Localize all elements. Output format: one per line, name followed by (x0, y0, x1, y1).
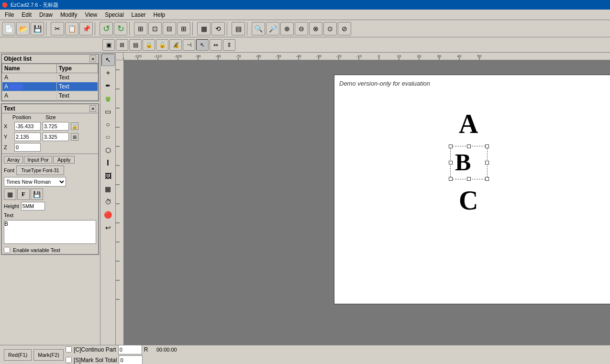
lock2-btn[interactable]: 🔏 (169, 39, 182, 51)
y-position-input[interactable] (14, 132, 41, 141)
zoom-in-button[interactable]: 🔎 (266, 22, 279, 35)
x-position-input[interactable] (14, 122, 41, 131)
apply-button[interactable]: Apply (53, 156, 75, 164)
slmark-input[interactable] (119, 355, 143, 364)
font-grid-btn[interactable]: ▦ (4, 188, 16, 200)
new-button[interactable]: 📄 (2, 22, 15, 35)
canvas-area[interactable]: -120 -110 -100 -90 -80 -70 -60 -50 -40 -… (116, 53, 610, 345)
lock-y-btn[interactable]: ⊞ (71, 133, 78, 141)
io-button[interactable]: ▤ (232, 22, 245, 35)
table-row[interactable]: A Text (2, 82, 98, 91)
x-size-input[interactable] (43, 122, 69, 131)
node-tool[interactable]: ⌖ (101, 66, 115, 79)
zoom-out-button[interactable]: ⊖ (295, 22, 308, 35)
menu-view[interactable]: View (81, 11, 101, 19)
input-por-tab[interactable]: Input Por (24, 156, 52, 164)
menu-special[interactable]: Special (101, 11, 127, 19)
slmark-checkbox[interactable] (66, 357, 72, 363)
enable-variable-checkbox[interactable] (4, 247, 10, 253)
canvas-letter-A[interactable]: A (459, 109, 478, 139)
circle-tool[interactable]: ○ (101, 118, 115, 131)
mirror-v-btn[interactable]: ⇕ (223, 39, 235, 51)
toolbar-sep-2 (95, 22, 98, 35)
handle-tm[interactable] (467, 144, 471, 148)
snap2-button[interactable]: ⊟ (163, 22, 176, 35)
signal-tool[interactable]: 🔴 (101, 209, 115, 221)
handle-br[interactable] (485, 177, 489, 181)
save-button[interactable]: 💾 (31, 22, 44, 35)
canvas-letter-C[interactable]: C (459, 185, 478, 216)
rect-tool[interactable]: ▭ (101, 105, 115, 118)
hatch-button[interactable]: ▦ (197, 22, 211, 35)
image-tool[interactable]: 🖼 (101, 170, 115, 182)
table-row[interactable]: A Text (2, 91, 98, 100)
barcode-tool[interactable]: ▦ (101, 183, 115, 195)
snap-button[interactable]: ⊡ (148, 22, 162, 35)
height-label: Height (4, 203, 19, 209)
menu-laser[interactable]: Laser (128, 11, 150, 19)
select-all-btn[interactable]: ▣ (102, 39, 115, 51)
mark-button[interactable]: Mark(F2) (33, 349, 64, 361)
height-input[interactable] (21, 202, 45, 210)
continue-part-checkbox[interactable] (66, 346, 72, 353)
lock-btn[interactable]: 🔒 (143, 39, 155, 51)
copy-button[interactable]: 📋 (65, 22, 78, 35)
cursor-btn[interactable]: ↖ (196, 39, 209, 51)
font-type-button[interactable]: TrueType Font-31 (16, 165, 64, 175)
shape-tool[interactable]: 🫑 (101, 92, 115, 105)
grid-button[interactable]: ⊞ (134, 22, 147, 35)
handle-bl[interactable] (449, 177, 453, 181)
drawing-canvas[interactable]: Demo version-only for evaluation A (123, 60, 610, 345)
path-tool[interactable]: ↩ (101, 221, 115, 234)
zoom-fit-button[interactable]: 🔍 (252, 22, 265, 35)
open-button[interactable]: 📂 (16, 22, 30, 35)
y-size-input[interactable] (43, 132, 69, 141)
timer-tool[interactable]: ⏱ (101, 196, 115, 208)
object-list-close[interactable]: ✕ (89, 55, 96, 62)
cut-button[interactable]: ✂ (51, 22, 64, 35)
font-save-btn[interactable]: 💾 (31, 188, 43, 200)
text-panel-close[interactable]: ✕ (89, 105, 96, 112)
redo-button[interactable]: ↻ (114, 22, 127, 35)
select-pen-btn[interactable]: ⊞ (116, 39, 128, 51)
mirror-h-btn[interactable]: ⇔ (210, 39, 222, 51)
table-row[interactable]: A Text (2, 73, 98, 82)
handle-mr[interactable] (485, 161, 489, 165)
text-content-input[interactable]: B (4, 220, 96, 244)
paste-button[interactable]: 📌 (79, 22, 93, 35)
handle-ml[interactable] (449, 161, 453, 165)
z-position-input[interactable] (14, 143, 41, 152)
handle-bm[interactable] (467, 177, 471, 181)
select-box-btn[interactable]: ▤ (129, 39, 142, 51)
polygon-tool[interactable]: ⬡ (101, 144, 115, 156)
font-bold-btn[interactable]: F (17, 188, 30, 200)
secondary-toolbar: ▣ ⊞ ▤ 🔒 🔓 🔏 ⊣ ↖ ⇔ ⇕ (0, 37, 610, 53)
pen-tool[interactable]: ✒ (101, 79, 115, 92)
menu-modify[interactable]: Modify (56, 11, 81, 19)
zoom-out2-button[interactable]: ⊘ (338, 22, 351, 35)
canvas-letter-B[interactable]: B (455, 148, 471, 176)
array-tab[interactable]: Array (4, 156, 23, 164)
menu-file[interactable]: File (1, 11, 18, 19)
red-button[interactable]: Red(F1) (4, 349, 32, 361)
font-name-select[interactable]: Times New Roman (4, 177, 66, 187)
unlock-btn[interactable]: 🔓 (156, 39, 168, 51)
handle-tr[interactable] (485, 144, 489, 148)
ellipse-tool[interactable]: ⬭ (101, 131, 115, 143)
align-btn[interactable]: ⊣ (183, 39, 195, 51)
handle-tl[interactable] (449, 144, 453, 148)
snap3-button[interactable]: ⊞ (177, 22, 190, 35)
zoom-in2-button[interactable]: ⊕ (280, 22, 294, 35)
menu-edit[interactable]: Edit (18, 11, 35, 19)
text-tool[interactable]: I (101, 157, 115, 169)
lock-x-btn[interactable]: 🔒 (71, 122, 78, 130)
zoom-extent-button[interactable]: ⊗ (309, 22, 322, 35)
transform-button[interactable]: ⟲ (211, 22, 225, 35)
menu-help[interactable]: Help (150, 11, 169, 19)
continue-part-input[interactable] (118, 345, 142, 354)
tool-sidebar: ↖ ⌖ ✒ 🫑 ▭ ○ ⬭ ⬡ I 🖼 ▦ ⏱ 🔴 ↩ (100, 53, 116, 345)
zoom-real-button[interactable]: ⊙ (323, 22, 337, 35)
select-tool[interactable]: ↖ (101, 54, 115, 66)
menu-draw[interactable]: Draw (35, 11, 56, 19)
undo-button[interactable]: ↺ (100, 22, 113, 35)
